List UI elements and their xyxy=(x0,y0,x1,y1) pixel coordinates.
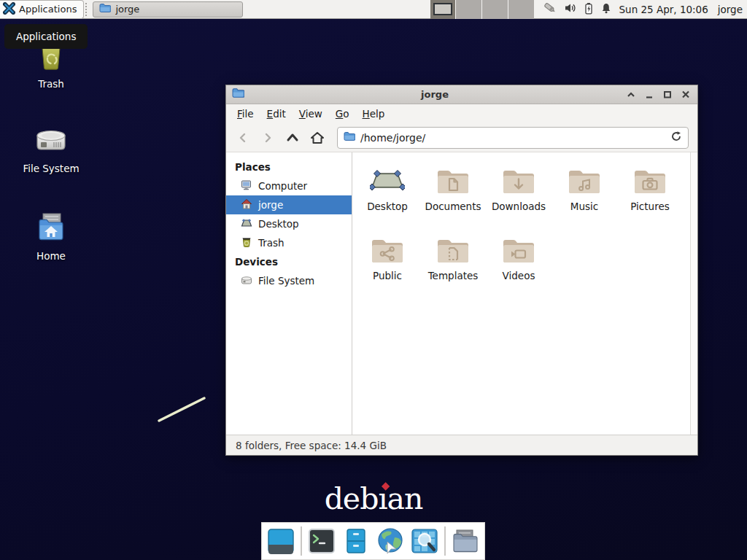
system-tray xyxy=(543,1,612,17)
file-item-label: Templates xyxy=(428,270,479,281)
close-button[interactable] xyxy=(680,89,692,101)
panel-handle[interactable] xyxy=(85,3,90,16)
debian-logo-text2: an xyxy=(387,481,423,516)
status-text: 8 folders, Free space: 14.4 GiB xyxy=(236,440,387,451)
file-item-pictures[interactable]: Pictures xyxy=(617,161,683,230)
app-finder-icon[interactable] xyxy=(410,526,439,556)
sidebar-item-jorge[interactable]: jorge xyxy=(226,195,352,214)
workspace-4[interactable] xyxy=(508,0,534,19)
workspace-switcher[interactable] xyxy=(430,0,534,19)
menu-file[interactable]: File xyxy=(232,106,259,122)
sidebar-item-trash[interactable]: Trash xyxy=(226,233,352,252)
desktop-icon-label: Trash xyxy=(16,78,86,90)
home-button[interactable] xyxy=(306,128,328,148)
menu-bar: File Edit View Go Help xyxy=(226,104,697,123)
file-item-label: Public xyxy=(373,270,402,281)
desktop-icon xyxy=(370,166,405,198)
desktop-icon-label: File System xyxy=(16,163,86,174)
file-view[interactable]: Desktop Documents xyxy=(352,152,690,435)
files-folder-icon[interactable] xyxy=(451,526,480,556)
pictures-folder-icon xyxy=(632,166,667,198)
desktop-icon-home[interactable]: Home xyxy=(16,210,86,262)
session-user-menu[interactable]: jorge xyxy=(718,4,743,15)
forward-button[interactable] xyxy=(257,128,279,148)
top-panel: Applications jorge xyxy=(0,0,747,19)
sidebar-header-devices: Devices xyxy=(226,252,352,271)
workspace-1[interactable] xyxy=(430,0,457,19)
sidebar-item-file-system[interactable]: File System xyxy=(226,271,352,290)
workspace-2[interactable] xyxy=(456,0,482,19)
computer-icon xyxy=(241,179,252,193)
workspace-window-preview xyxy=(433,3,452,15)
file-item-downloads[interactable]: Downloads xyxy=(486,161,551,230)
file-item-music[interactable]: Music xyxy=(551,161,617,230)
shade-button[interactable] xyxy=(625,89,637,101)
web-browser-icon[interactable] xyxy=(376,526,405,556)
dock-separator xyxy=(444,526,446,556)
file-item-videos[interactable]: Videos xyxy=(486,230,551,300)
bottom-dock xyxy=(261,522,485,560)
documents-folder-icon xyxy=(436,166,471,198)
downloads-folder-icon xyxy=(501,166,536,198)
clock[interactable]: Sun 25 Apr, 10:06 xyxy=(619,4,708,15)
applications-menu-button[interactable]: Applications xyxy=(0,0,84,19)
sidebar-item-desktop[interactable]: Desktop xyxy=(226,214,352,233)
sidebar-item-label: Computer xyxy=(258,180,307,192)
path-input[interactable]: /home/jorge/ xyxy=(360,132,665,144)
volume-icon[interactable] xyxy=(564,2,577,16)
show-desktop-icon[interactable] xyxy=(266,526,295,556)
file-item-label: Music xyxy=(570,201,598,212)
taskbar-window-label: jorge xyxy=(115,4,139,15)
back-button[interactable] xyxy=(232,128,254,148)
sidebar-item-label: Desktop xyxy=(258,218,299,230)
sidebar-item-label: jorge xyxy=(258,199,283,211)
sidebar-item-label: Trash xyxy=(258,237,285,249)
file-item-desktop[interactable]: Desktop xyxy=(355,161,420,230)
sidebar-item-computer[interactable]: Computer xyxy=(226,176,352,195)
file-grid: Desktop Documents xyxy=(352,152,690,300)
reload-icon[interactable] xyxy=(670,131,682,144)
menu-go[interactable]: Go xyxy=(330,106,355,122)
desktop-icon-label: Home xyxy=(16,250,86,262)
desktop-icon-file-system[interactable]: File System xyxy=(16,122,86,174)
menu-view[interactable]: View xyxy=(294,106,328,122)
file-item-templates[interactable]: Templates xyxy=(420,230,486,300)
file-item-label: Videos xyxy=(503,270,535,281)
templates-folder-icon xyxy=(436,235,471,267)
file-manager-window: jorge File Edit View Go Help xyxy=(225,85,698,456)
up-button[interactable] xyxy=(282,128,303,148)
debian-logo: debıan xyxy=(325,481,423,516)
drive-mini-icon xyxy=(241,274,252,288)
home-icon xyxy=(241,198,252,212)
battery-charging-icon[interactable] xyxy=(584,2,594,17)
home-folder-icon xyxy=(34,210,69,245)
menu-help[interactable]: Help xyxy=(357,106,390,122)
public-folder-icon xyxy=(370,235,405,267)
file-item-documents[interactable]: Documents xyxy=(420,161,486,230)
notifications-bell-icon[interactable] xyxy=(600,2,612,17)
terminal-icon[interactable] xyxy=(307,526,336,556)
drawn-line-artifact xyxy=(156,395,209,424)
videos-folder-icon xyxy=(501,235,536,267)
desktop-root: Applications jorge xyxy=(0,0,747,560)
menu-edit[interactable]: Edit xyxy=(262,106,291,122)
vertical-scrollbar[interactable] xyxy=(690,152,697,435)
window-titlebar[interactable]: jorge xyxy=(226,85,697,104)
taskbar-folder-icon xyxy=(99,3,111,15)
minimize-button[interactable] xyxy=(643,89,655,101)
file-manager-icon[interactable] xyxy=(341,526,371,556)
file-item-public[interactable]: Public xyxy=(355,230,420,300)
window-body: Places Computer xyxy=(226,152,697,435)
taskbar-window-button[interactable]: jorge xyxy=(93,1,243,18)
stylus-icon[interactable] xyxy=(543,1,557,17)
file-item-label: Desktop xyxy=(367,201,408,212)
music-folder-icon xyxy=(567,166,602,198)
path-folder-icon xyxy=(344,131,355,144)
desktop-mini-icon xyxy=(241,217,252,231)
location-bar[interactable]: /home/jorge/ xyxy=(337,127,689,149)
maximize-button[interactable] xyxy=(662,89,673,101)
file-item-label: Pictures xyxy=(630,201,669,212)
dock-separator xyxy=(301,526,302,556)
workspace-3[interactable] xyxy=(482,0,508,19)
applications-icon xyxy=(3,2,15,17)
